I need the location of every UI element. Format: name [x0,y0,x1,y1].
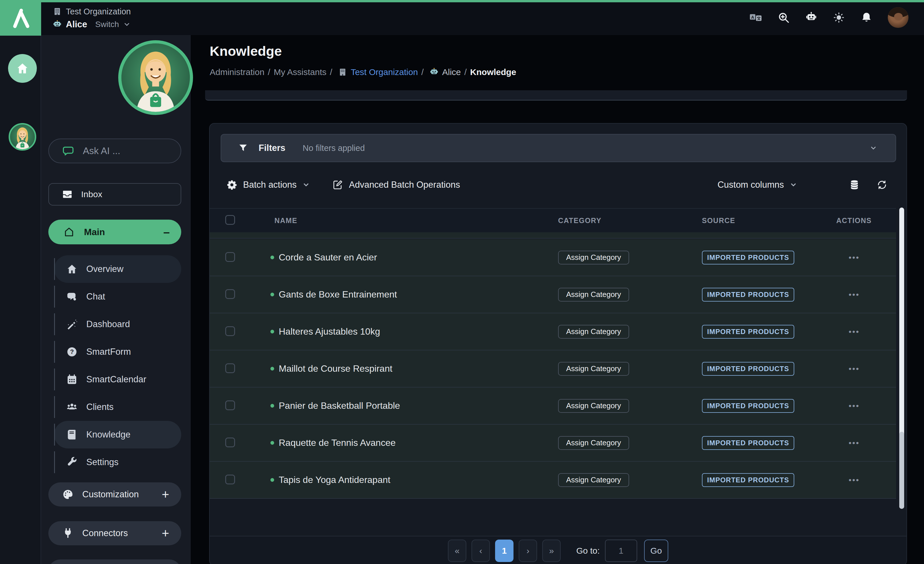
goto-page-input[interactable] [605,540,637,562]
sidebar-item-settings[interactable]: Settings [54,449,181,476]
row-actions-icon[interactable]: ••• [826,438,860,447]
sidebar-item-knowledge[interactable]: Knowledge [54,421,181,449]
column-header-name[interactable]: NAME [260,217,558,225]
row-name[interactable]: Tapis de Yoga Antiderapant [279,474,390,485]
assign-category-button[interactable]: Assign Category [558,399,629,413]
row-checkbox[interactable] [225,401,235,410]
sidebar-item-dashboard[interactable]: Dashboard [54,310,181,338]
sidebar-group-main[interactable]: Main – [48,220,181,244]
rail-home-button[interactable] [8,54,37,83]
assign-category-button[interactable]: Assign Category [558,362,629,376]
sidebar: Switch Ask AI ... Inbox Main – Overview … [41,35,191,564]
row-actions-icon[interactable]: ••• [826,290,860,299]
database-view-button[interactable] [849,180,860,190]
breadcrumb-organization[interactable]: Test Organization [351,67,418,77]
assistant-icon[interactable] [805,11,818,24]
organization-name: Test Organization [66,7,131,16]
notifications-icon[interactable] [860,11,873,24]
row-name[interactable]: Raquette de Tennis Avancee [279,437,396,448]
app-logo[interactable] [0,0,41,36]
breadcrumb-assistant[interactable]: Alice [442,67,461,77]
row-actions-icon[interactable]: ••• [826,253,860,262]
next-page-button[interactable]: › [519,540,537,562]
row-name[interactable]: Gants de Boxe Entrainement [279,289,397,300]
row-checkbox[interactable] [225,364,235,373]
context-block: Test Organization Alice Switch [52,5,131,31]
page-1-button[interactable]: 1 [495,540,513,562]
column-header-actions[interactable]: ACTIONS [826,217,896,225]
user-avatar[interactable] [888,7,909,28]
refresh-button[interactable] [876,180,888,190]
sidebar-item-smartform[interactable]: ? SmartForm [54,338,181,366]
switch-assistant-button[interactable]: Switch [95,20,119,29]
theme-icon[interactable] [832,11,845,24]
row-actions-icon[interactable]: ••• [826,327,860,336]
assign-category-button[interactable]: Assign Category [558,251,629,265]
table-row: Halteres Ajustables 10kg Assign Category… [210,313,896,350]
zoom-icon[interactable] [777,11,790,24]
last-page-button[interactable]: » [542,540,561,562]
expand-icon[interactable]: + [162,488,169,501]
row-checkbox[interactable] [225,252,235,262]
sidebar-section-customization[interactable]: Customization + [48,482,181,507]
table-row: Raquette de Tennis Avancee Assign Catego… [210,425,896,462]
sidebar-item-label: Dashboard [86,319,130,329]
sidebar-item-smartcalendar[interactable]: SmartCalendar [54,366,181,393]
sidebar-item-label: Chat [86,292,105,302]
go-button[interactable]: Go [644,540,668,562]
row-name[interactable]: Corde a Sauter en Acier [279,252,377,263]
custom-columns-dropdown[interactable]: Custom columns [717,180,797,190]
row-name[interactable]: Panier de Basketball Portable [279,401,400,411]
row-actions-icon[interactable]: ••• [826,476,860,485]
assign-category-button[interactable]: Assign Category [558,436,629,450]
assign-category-button[interactable]: Assign Category [558,288,629,302]
select-all-checkbox[interactable] [225,215,235,225]
row-name[interactable]: Halteres Ajustables 10kg [279,326,380,337]
sidebar-item-overview[interactable]: Overview [54,255,181,283]
row-actions-icon[interactable]: ••• [826,401,860,410]
row-checkbox[interactable] [225,326,235,336]
sidebar-group-label: Main [84,227,154,238]
row-checkbox[interactable] [225,437,235,447]
prev-page-button[interactable]: ‹ [471,540,490,562]
ask-ai-input[interactable]: Ask AI ... [48,139,181,163]
section-label: Customization [82,489,153,500]
filters-bar[interactable]: Filters No filters applied [220,134,896,162]
breadcrumb-my-assistants[interactable]: My Assistants [274,67,326,77]
source-badge: IMPORTED PRODUCTS [702,288,794,302]
refresh-icon [876,180,888,190]
robot-icon [429,67,439,77]
assistant-avatar[interactable] [118,40,193,115]
sidebar-section-partial[interactable] [48,560,181,564]
goto-label: Go to: [576,546,600,556]
chevron-down-icon[interactable] [870,144,877,152]
translate-icon[interactable]: A [750,11,762,24]
row-checkbox[interactable] [225,474,235,485]
tree-line [54,424,55,446]
status-dot-icon [270,441,274,445]
column-header-source[interactable]: SOURCE [702,217,826,225]
row-actions-icon[interactable]: ••• [826,364,860,373]
assign-category-button[interactable]: Assign Category [558,325,629,339]
sidebar-item-chat[interactable]: Chat [54,283,181,310]
assign-category-button[interactable]: Assign Category [558,473,629,487]
row-checkbox[interactable] [225,289,235,299]
chevron-down-icon[interactable] [123,21,130,28]
sidebar-item-inbox[interactable]: Inbox [48,183,181,205]
first-page-button[interactable]: « [448,540,466,562]
tree-line [54,341,55,363]
breadcrumb-separator: / [268,67,270,77]
row-name[interactable]: Maillot de Course Respirant [279,364,392,374]
batch-actions-dropdown[interactable]: Batch actions [226,180,310,190]
assistant-name: Alice [66,19,87,30]
column-header-category[interactable]: CATEGORY [558,217,702,225]
collapse-icon[interactable]: – [164,226,170,238]
expand-icon[interactable]: + [162,527,169,540]
table-header: NAME CATEGORY SOURCE ACTIONS [210,208,896,232]
sidebar-section-connectors[interactable]: Connectors + [48,521,181,545]
sidebar-item-clients[interactable]: Clients [54,393,181,421]
advanced-batch-operations-button[interactable]: Advanced Batch Operations [332,180,460,190]
breadcrumb-administration[interactable]: Administration [210,67,264,77]
scrollbar-thumb[interactable] [899,432,904,509]
rail-assistant-avatar[interactable] [9,123,36,151]
